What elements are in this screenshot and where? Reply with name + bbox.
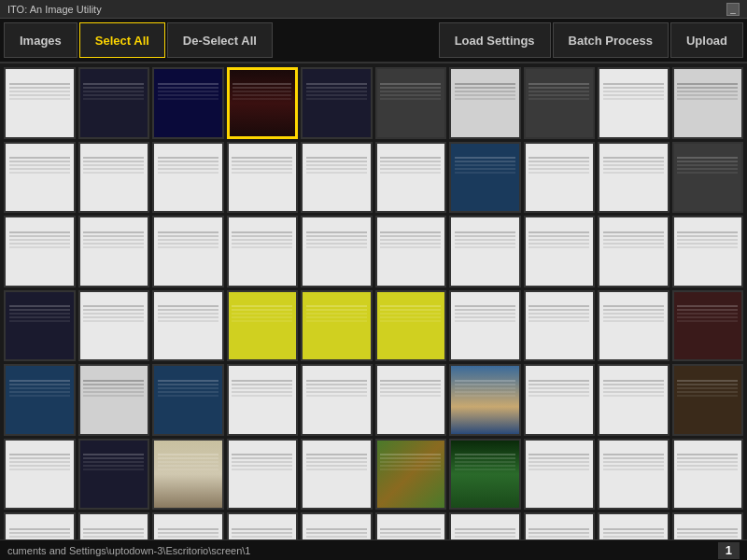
thumbnail-52[interactable] (152, 439, 224, 511)
thumbnail-55[interactable] (375, 439, 447, 511)
thumbnail-37[interactable] (524, 290, 596, 362)
thumbnail-21[interactable] (78, 216, 150, 287)
thumbnail-6[interactable] (449, 67, 521, 139)
thumbnail-41[interactable] (78, 364, 150, 436)
thumbnail-53[interactable] (227, 439, 299, 511)
thumbnail-34[interactable] (301, 290, 373, 362)
minimize-button[interactable]: _ (726, 3, 740, 16)
thumbnail-38[interactable] (598, 290, 669, 362)
thumbnail-10[interactable] (4, 142, 76, 214)
toolbar: Images Select All De-Select All Load Set… (0, 19, 747, 63)
item-count: 1 (718, 542, 740, 559)
file-path: cuments and Settings\uptodown-3\Escritor… (7, 545, 250, 556)
thumbnail-33[interactable] (227, 290, 299, 362)
thumbnail-63[interactable] (227, 512, 299, 539)
thumbnail-62[interactable] (152, 512, 224, 539)
thumbnail-44[interactable] (301, 364, 373, 436)
thumbnail-2[interactable] (152, 67, 224, 139)
upload-button[interactable]: Upload (670, 22, 743, 58)
thumbnail-32[interactable] (152, 290, 224, 362)
thumbnail-49[interactable] (672, 364, 744, 436)
thumbnail-26[interactable] (449, 216, 521, 287)
thumbnail-19[interactable] (672, 142, 744, 214)
thumbnail-64[interactable] (301, 512, 373, 539)
thumbnail-42[interactable] (152, 364, 224, 436)
thumbnail-11[interactable] (78, 142, 150, 214)
thumbnail-22[interactable] (152, 216, 224, 287)
thumbnail-28[interactable] (598, 216, 669, 287)
thumbnail-35[interactable] (375, 290, 447, 362)
thumbnail-7[interactable] (524, 67, 596, 139)
thumbnail-24[interactable] (301, 216, 373, 287)
thumbnail-40[interactable] (4, 364, 76, 436)
thumbnail-54[interactable] (301, 439, 373, 511)
thumbnail-58[interactable] (598, 439, 669, 511)
thumbnail-48[interactable] (598, 364, 669, 436)
thumbnail-60[interactable] (4, 512, 76, 539)
deselect-all-button[interactable]: De-Select All (167, 22, 273, 58)
thumbnail-15[interactable] (375, 142, 447, 214)
thumbnail-29[interactable] (672, 216, 744, 287)
thumbnail-47[interactable] (524, 364, 596, 436)
thumbnail-56[interactable] (449, 439, 521, 511)
thumbnail-12[interactable] (152, 142, 224, 214)
thumbnail-65[interactable] (375, 512, 447, 539)
thumbnail-59[interactable] (672, 439, 744, 511)
thumbnail-18[interactable] (598, 142, 669, 214)
thumbnail-30[interactable] (4, 290, 76, 362)
thumbnail-43[interactable] (227, 364, 299, 436)
thumbnail-13[interactable] (227, 142, 299, 214)
thumbnail-66[interactable] (449, 512, 521, 539)
thumbnail-39[interactable] (672, 290, 744, 362)
thumbnail-67[interactable] (524, 512, 596, 539)
thumbnail-17[interactable] (524, 142, 596, 214)
thumbnail-4[interactable] (301, 67, 373, 139)
thumbnail-45[interactable] (375, 364, 447, 436)
thumbnail-25[interactable] (375, 216, 447, 287)
thumbnail-46[interactable] (449, 364, 521, 436)
thumbnail-61[interactable] (78, 512, 150, 539)
thumbnail-51[interactable] (78, 439, 150, 511)
image-grid-area (0, 63, 747, 539)
thumbnail-68[interactable] (598, 512, 669, 539)
thumbnail-50[interactable] (4, 439, 76, 511)
app-title: ITO: An Image Utility (7, 4, 102, 15)
images-button[interactable]: Images (4, 22, 78, 58)
image-grid (4, 67, 743, 539)
load-settings-button[interactable]: Load Settings (439, 22, 551, 58)
batch-process-button[interactable]: Batch Process (553, 22, 669, 58)
select-all-button[interactable]: Select All (79, 22, 165, 58)
status-bar: cuments and Settings\uptodown-3\Escritor… (0, 539, 747, 560)
thumbnail-3[interactable] (227, 67, 299, 139)
thumbnail-5[interactable] (375, 67, 447, 139)
thumbnail-0[interactable] (4, 67, 76, 139)
thumbnail-14[interactable] (301, 142, 373, 214)
title-bar: ITO: An Image Utility _ (0, 0, 747, 19)
thumbnail-36[interactable] (449, 290, 521, 362)
thumbnail-8[interactable] (598, 67, 669, 139)
thumbnail-31[interactable] (78, 290, 150, 362)
thumbnail-1[interactable] (78, 67, 150, 139)
thumbnail-69[interactable] (672, 512, 744, 539)
thumbnail-57[interactable] (524, 439, 596, 511)
thumbnail-16[interactable] (449, 142, 521, 214)
thumbnail-20[interactable] (4, 216, 76, 287)
thumbnail-23[interactable] (227, 216, 299, 287)
thumbnail-9[interactable] (672, 67, 744, 139)
thumbnail-27[interactable] (524, 216, 596, 287)
